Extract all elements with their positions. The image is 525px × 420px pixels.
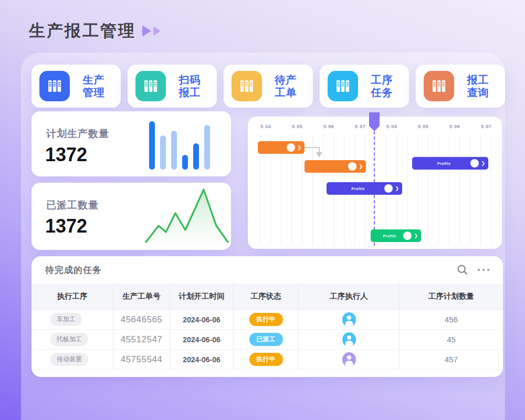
gantt-gridline — [407, 135, 407, 245]
gantt-tick-label: S 07 — [481, 124, 492, 129]
gantt-bar-label: Profile — [332, 187, 384, 191]
gantt-tick-label: S 07 — [355, 124, 366, 129]
gantt-gridline — [480, 135, 481, 245]
dispatched-quantity-card: 已派工数量 1372 — [32, 183, 231, 250]
assignee-avatar — [287, 143, 295, 152]
process-pill: 传动装置 — [50, 353, 88, 366]
timeline-marker[interactable] — [369, 112, 380, 131]
gantt-bar-label: Profile — [417, 162, 470, 165]
bar-chart-bar — [193, 143, 199, 170]
chevron-right-icon: ❯ — [297, 145, 301, 150]
nav-card-pending-work-orders[interactable]: 待产工单 — [224, 65, 313, 108]
books-icon — [39, 71, 70, 101]
search-icon[interactable] — [457, 264, 468, 276]
gantt-task-bar[interactable]: ❯ — [258, 141, 304, 154]
dependency-arrow — [302, 144, 326, 161]
executor-cell — [298, 350, 399, 370]
bar-chart-bar — [182, 155, 188, 170]
chevron-right-icon: ❯ — [414, 233, 418, 238]
page-title: 生产报工管理 — [29, 20, 161, 42]
bar-chart-bar — [149, 121, 155, 170]
stat-label: 计划生产数量 — [46, 127, 109, 141]
tasks-table: 执行工序 生产工单号 计划开工时间 工序状态 工序执行人 工序计划数量 车加工 … — [32, 284, 503, 370]
nav-card-production-management[interactable]: 生产管理 — [32, 65, 121, 108]
gantt-tick-label: S 06 — [323, 124, 334, 129]
gantt-gridline — [459, 135, 460, 245]
nav-card-scan-report[interactable]: 扫码报工 — [128, 65, 217, 108]
table-row-cell[interactable]: 托板加工 — [32, 330, 113, 350]
gantt-task-bar[interactable]: ❯ — [304, 160, 366, 173]
start-date: 2024-06-06 — [170, 350, 233, 370]
gantt-chart-card: S 04S 05S 06S 07S 04S 05S 06S 07 ❯❯Profi… — [248, 117, 502, 249]
status-badge: 执行中 — [249, 353, 283, 366]
column-header: 工序执行人 — [298, 284, 399, 310]
planned-quantity-card: 计划生产数量 1372 — [32, 111, 231, 176]
chevron-right-icon: ❯ — [359, 164, 363, 169]
bar-chart-bar — [204, 125, 210, 170]
column-header: 计划开工时间 — [170, 284, 233, 310]
books-icon — [328, 71, 358, 101]
play-arrow-icon — [142, 25, 151, 37]
order-number: 45512547 — [113, 330, 170, 350]
assignee-avatar — [403, 232, 412, 240]
nav-card-process-tasks[interactable]: 工序任务 — [320, 65, 409, 108]
assignee-avatar — [348, 162, 356, 171]
column-header: 工序计划数量 — [399, 284, 503, 310]
status-cell: 执行中 — [233, 350, 298, 370]
gantt-task-bar[interactable]: Profile❯ — [371, 229, 421, 242]
column-header: 生产工单号 — [113, 284, 170, 310]
avatar — [342, 312, 356, 327]
nav-card-label: 报工查询 — [454, 74, 505, 99]
order-number: 45755544 — [113, 350, 170, 370]
nav-card-report-query[interactable]: 报工查询 — [416, 65, 505, 108]
process-pill: 车加工 — [50, 313, 82, 326]
pending-tasks-panel: 待完成的任务 执行工序 生产工单号 计划开工时间 工序状态 工序执行人 工序计划… — [32, 256, 503, 377]
executor-cell — [298, 330, 399, 350]
status-badge: 执行中 — [249, 313, 283, 326]
gantt-bar-label: Profile — [376, 234, 403, 238]
chevron-right-icon: ❯ — [395, 186, 399, 191]
column-header: 执行工序 — [32, 284, 113, 310]
gantt-gridline — [428, 135, 428, 245]
play-arrow-icon — [153, 26, 161, 36]
tasks-title: 待完成的任务 — [45, 264, 457, 276]
start-date: 2024-06-06 — [170, 310, 233, 330]
table-row-cell[interactable]: 车加工 — [32, 310, 113, 330]
gantt-task-bar[interactable]: Profile❯ — [327, 182, 402, 195]
gantt-gridline — [438, 135, 439, 245]
nav-card-label: 生产管理 — [70, 74, 121, 99]
stat-value: 1372 — [45, 144, 87, 166]
planned-qty: 456 — [399, 310, 503, 330]
avatar — [342, 352, 356, 367]
page-title-text: 生产报工管理 — [29, 20, 136, 42]
status-cell: 已派工 — [233, 330, 298, 350]
gantt-tick-label: S 04 — [260, 124, 271, 129]
order-number: 45646565 — [113, 310, 170, 330]
stat-value: 1372 — [45, 215, 87, 237]
status-cell: 执行中 — [233, 310, 298, 330]
planned-qty: 45 — [399, 330, 503, 350]
planned-qty: 457 — [399, 350, 503, 370]
start-date: 2024-06-06 — [170, 330, 233, 350]
books-icon — [135, 71, 166, 101]
table-row-cell[interactable]: 传动装置 — [32, 350, 113, 370]
gantt-tick-label: S 04 — [386, 124, 397, 129]
gantt-tick-label: S 05 — [418, 124, 429, 129]
gantt-gridline — [417, 135, 418, 245]
gantt-task-bar[interactable]: Profile❯ — [412, 157, 488, 170]
column-header: 工序状态 — [233, 284, 298, 310]
avatar — [342, 332, 356, 347]
status-badge: 已派工 — [249, 333, 283, 346]
nav-card-label: 扫码报工 — [166, 74, 217, 99]
tasks-header: 待完成的任务 — [32, 256, 503, 284]
bar-chart-bar — [171, 131, 177, 170]
gantt-gridline — [449, 135, 449, 245]
books-icon — [424, 71, 454, 101]
process-pill: 托板加工 — [50, 333, 88, 346]
planned-bar-chart — [149, 120, 210, 170]
nav-card-label: 待产工单 — [262, 74, 313, 99]
assignee-avatar — [470, 159, 479, 167]
gantt-gridline — [491, 135, 491, 245]
more-options-icon[interactable] — [478, 269, 489, 271]
dispatched-line-chart — [145, 188, 229, 244]
